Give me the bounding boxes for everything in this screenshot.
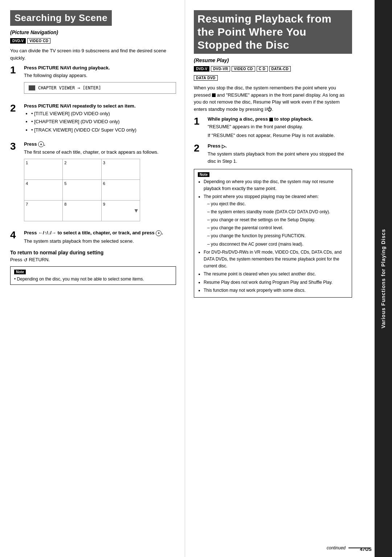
right-step-2: 2 Press ▷. The system starts playback fr… [194,143,352,165]
step-3: 3 Press +. The first scene of each title… [10,141,176,226]
left-subtitle: (Picture Navigation) [10,29,176,35]
right-step-1-number: 1 [194,116,204,126]
step-2: 2 Press PICTURE NAVI repeatedly to selec… [10,103,176,137]
viewer-icon [29,85,35,90]
sub-item-1: you eject the disc. [207,201,348,207]
left-intro: You can divide the TV screen into 9 subs… [10,47,176,61]
step-4-title: Press ←/↑/↓/→ to select a title, chapter… [24,230,176,236]
badge-dvdv-right: DVD-V [194,66,209,72]
right-subtitle: (Resume Play) [194,57,352,63]
play-icon: ▷ [222,144,225,149]
badge-datadvd: DATA DVD [194,75,218,81]
step-3-body: The first scene of each title, chapter, … [24,149,176,156]
right-title-text: Resuming Playback from the Point Where Y… [197,13,331,51]
right-note-box: Note Depending on where you stop the dis… [194,169,352,298]
left-note-text: • Depending on the disc, you may not be … [14,276,172,282]
step-2-bullets: • [TITLE VIEWER] (DVD VIDEO only) • [CHA… [24,110,176,134]
right-step-1-content: While playing a disc, press to stop play… [208,116,352,139]
step-1: 1 Press PICTURE NAVI during playback. Th… [10,65,176,99]
right-column: Resuming Playback from the Point Where Y… [185,0,374,557]
scene-cell-2: 2 [63,159,101,179]
step-4-number: 4 [10,230,20,240]
right-step-1: 1 While playing a disc, press to stop pl… [194,116,352,139]
scene-cell-6: 6 [102,180,140,200]
note-item-5: Resume Play does not work during Program… [204,279,348,286]
viewer-text: CHAPTER VIEWER → [ENTER] [38,85,101,90]
return-icon: ↺ [24,257,28,263]
step-4: 4 Press ←/↑/↓/→ to select a title, chapt… [10,230,176,245]
scene-grid-row-3: 7 8 9 ▼ [24,201,140,221]
sub-item-5: you change the function by pressing FUNC… [207,233,348,239]
left-column: Searching by Scene (Picture Navigation) … [0,0,185,557]
bullet-item: • [TRACK VIEWER] (VIDEO CD/ Super VCD on… [31,126,176,134]
viewer-box: CHAPTER VIEWER → [ENTER] [24,82,176,94]
badge-cd: C D [257,66,268,72]
left-badges: DVD-V VIDEO CD [10,38,176,44]
sub-item-3: you change or reset the settings on the … [207,217,348,223]
note-item-1: Depending on where you stop the disc, th… [204,178,348,192]
step-2-content: Press PICTURE NAVI repeatedly to select … [24,103,176,137]
right-intro: When you stop the disc, the system remem… [194,84,352,113]
badge-datacd: DATA-CD [269,66,291,72]
step-2-title: Press PICTURE NAVI repeatedly to select … [24,103,176,109]
step-1-title: Press PICTURE NAVI during playback. [24,65,176,70]
step-3-number: 3 [10,141,20,152]
step-1-content: Press PICTURE NAVI during playback. The … [24,65,176,99]
page-number: 47US [360,546,372,552]
right-step-2-body: The system starts playback from the poin… [208,150,352,165]
note-item-3: For DVD-Rs/DVD-RWs in VR mode, VIDEO CDs… [204,249,348,270]
sidebar-label: Various Functions for Playing Discs [380,229,386,328]
note-item-6: This function may not work properly with… [204,287,348,294]
badge-videocd: VIDEO CD [27,38,50,44]
badge-videocd-right: VIDEO CD [232,66,255,72]
note-item-2: The point where you stopped playing may … [204,193,348,247]
stop-icon [269,118,273,121]
left-note-box: Note • Depending on the disc, you may no… [10,266,176,285]
scene-cell-7: 7 [24,201,63,221]
right-step-2-number: 2 [194,143,204,153]
sub-item-2: the system enters standby mode (DATA CD/… [207,209,348,215]
scroll-indicator: ▼ [133,207,139,214]
right-note-list: Depending on where you stop the disc, th… [198,178,348,294]
step-2-number: 2 [10,103,20,113]
press-return: Press ↺ RETURN. [10,257,176,263]
sub-item-4: you change the parental control level. [207,225,348,231]
right-badges: DVD-V DVD-VR VIDEO CD C D DATA-CD [194,66,352,72]
left-note-label: Note [14,270,26,274]
sub-item-6: you disconnect the AC power cord (mains … [207,241,348,248]
enter-icon: + [38,141,44,147]
sidebar-tab: Various Functions for Playing Discs [375,0,392,557]
enter-icon-2: + [156,230,162,236]
badge-dvdv: DVD-V [10,38,26,44]
scene-cell-4: 4 [24,180,63,200]
right-section-title: Resuming Playback from the Point Where Y… [194,10,352,54]
left-section-title: Searching by Scene [10,10,112,26]
scene-cell-9: 9 ▼ [102,201,140,221]
right-step-2-content: Press ▷. The system starts playback from… [208,143,352,165]
right-step-1-body2: If "RESUME" does not appear, Resume Play… [208,132,352,139]
right-step-1-title: While playing a disc, press to stop play… [208,116,352,122]
step-3-title: Press +. [24,141,176,148]
step-4-body: The system starts playback from the sele… [24,238,176,245]
scene-cell-3: 3 [102,159,140,179]
scene-cell-5: 5 [63,180,101,200]
bullet-item: • [CHAPTER VIEWER] (DVD VIDEO only) [31,118,176,126]
page-number-text: 47US [360,546,372,552]
right-step-2-title: Press ▷. [208,143,352,149]
note-item-4: The resume point is cleared when you sel… [204,271,348,278]
stop-icon-inline [212,93,216,97]
step-4-content: Press ←/↑/↓/→ to select a title, chapter… [24,230,176,245]
right-note-label: Note [198,172,209,177]
scene-cell-1: 1 [24,159,63,179]
scene-grid: 1 2 3 4 5 6 7 8 9 ▼ [24,159,140,221]
scene-grid-row-2: 4 5 6 [24,180,140,201]
badge-dvdvr: DVD-VR [211,66,230,72]
bullet-item: • [TITLE VIEWER] (DVD VIDEO only) [31,110,176,118]
page-container: Searching by Scene (Picture Navigation) … [0,0,392,557]
step-3-content: Press +. The first scene of each title, … [24,141,176,226]
note-sub-list: you eject the disc. the system enters st… [204,201,348,248]
right-step-1-body1: "RESUME" appears in the front panel disp… [208,123,352,130]
scene-cell-8: 8 [63,201,101,221]
right-badges-2: DATA DVD [194,75,352,81]
step-1-body: The following display appears. [24,72,176,79]
